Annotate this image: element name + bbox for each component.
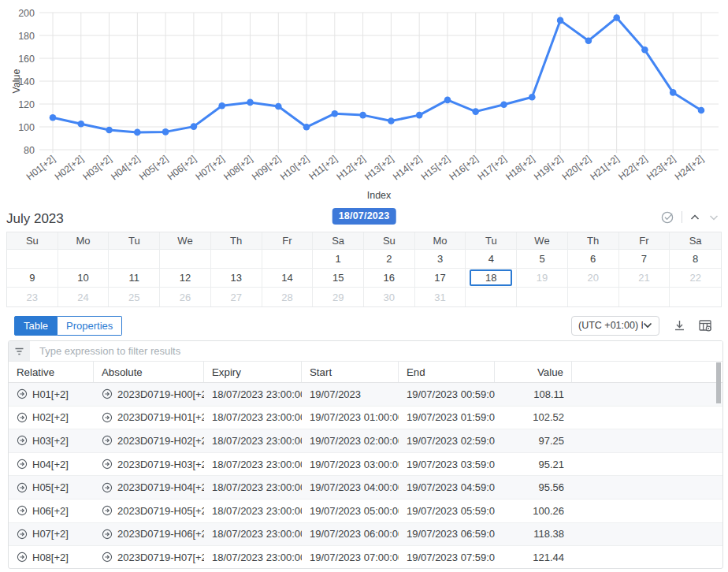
chevron-down-icon [643,322,652,329]
day-header: Tu [466,232,517,250]
table-row[interactable]: H06[+2]2023D0719-H05[+2]18/07/2023 23:00… [9,500,722,523]
calendar-day-cell[interactable]: 11 [109,269,160,288]
chart-data-point[interactable] [50,114,57,121]
chart-data-point[interactable] [275,103,282,110]
chart-data-point[interactable] [670,89,677,96]
chart-data-point[interactable] [416,112,423,119]
x-axis-tick-label: H04[+2] [109,153,142,182]
download-icon[interactable] [673,319,686,332]
cell-value: 100.26 [495,500,572,522]
filter-expression-input[interactable] [30,341,722,361]
chart-data-point[interactable] [191,123,198,130]
vertical-scrollbar-thumb[interactable] [716,362,721,403]
table-row[interactable]: H03[+2]2023D0719-H02[+2]18/07/2023 23:00… [9,429,722,453]
x-axis-tick-label: H12[+2] [334,153,367,182]
tab-table[interactable]: Table [14,316,58,336]
table-row[interactable]: H08[+2]2023D0719-H07[+2]18/07/2023 23:00… [9,546,722,569]
cell-end: 19/07/2023 06:59:00 [399,523,495,546]
chart-data-point[interactable] [106,127,113,134]
chart-data-point[interactable] [134,129,141,136]
chart-data-point[interactable] [444,97,451,104]
table-row[interactable]: H01[+2]2023D0719-H00[+2]18/07/2023 23:00… [9,383,722,407]
calendar-day-cell[interactable]: 17 [415,269,466,288]
chart-data-point[interactable] [585,37,592,44]
calendar-day-cell[interactable]: 16 [364,269,415,288]
calendar-day-cell[interactable]: 12 [160,269,211,288]
chart-data-point[interactable] [78,121,85,128]
calendar-day-cell[interactable]: 1 [313,250,364,269]
calendar-day-cell: 22 [670,269,721,288]
col-header-relative[interactable]: Relative [9,362,94,382]
column-settings-icon[interactable] [698,318,712,332]
selected-day-box[interactable]: 18 [470,269,512,286]
col-header-start[interactable]: Start [302,362,399,382]
col-header-value[interactable]: Value [495,362,572,382]
y-axis-tick-label: 180 [18,31,35,42]
cell-value: 95.56 [495,476,572,499]
relative-time-icon [102,388,113,399]
relative-time-icon [17,412,28,423]
chart-data-point[interactable] [218,102,225,110]
calendar-day-cell[interactable]: 3 [415,250,466,269]
chart-data-point[interactable] [613,14,620,21]
calendar-day-cell[interactable]: 8 [670,250,721,269]
chart-data-point[interactable] [303,124,310,131]
relative-time-icon [17,529,28,540]
chart-data-point[interactable] [698,107,705,114]
relative-time-icon [17,552,28,563]
chart-data-point[interactable] [359,112,366,119]
apply-check-circle-icon[interactable] [660,210,675,225]
cell-value: 97.25 [495,429,572,452]
chart-data-point[interactable] [500,101,507,108]
cell-expiry: 18/07/2023 23:00:00 [204,383,302,406]
calendar-day-cell[interactable]: 10 [58,269,110,288]
relative-time-icon [102,435,113,446]
calendar-day-cell[interactable]: 2 [364,250,415,269]
calendar-day-cell[interactable]: 7 [619,250,670,269]
calendar-month-title: July 2023 [6,211,64,227]
calendar-day-cell[interactable]: 13 [211,269,262,288]
cell-end: 19/07/2023 07:59:00 [399,546,495,569]
chart-data-point[interactable] [472,108,479,115]
timezone-select[interactable]: (UTC +01:00) E [571,316,659,336]
calendar-day-cell: 29 [313,288,364,306]
calendar-day-cell[interactable]: 15 [313,269,364,288]
x-axis-tick-label: H20[+2] [560,153,593,182]
tab-properties[interactable]: Properties [58,316,122,336]
relative-time-icon [17,482,28,493]
table-row[interactable]: H02[+2]2023D0719-H01[+2]18/07/2023 23:00… [9,407,722,430]
calendar-day-cell[interactable]: 4 [466,250,517,269]
calendar-day-cell: 24 [58,288,110,306]
table-row[interactable]: H05[+2]2023D0719-H04[+2]18/07/2023 23:00… [9,476,722,500]
col-header-absolute[interactable]: Absolute [94,362,204,382]
chart-data-point[interactable] [162,128,169,136]
timezone-value: (UTC +01:00) E [578,320,643,331]
filter-icon[interactable] [9,341,30,361]
chevron-up-icon[interactable] [689,211,701,224]
calendar-day-cell[interactable]: 14 [262,269,314,288]
calendar-day-cell[interactable]: 6 [568,250,619,269]
calendar-day-cell[interactable]: 18 [466,269,517,288]
chevron-down-icon[interactable] [708,211,720,224]
cell-expiry: 18/07/2023 23:00:00 [204,476,302,499]
col-header-expiry[interactable]: Expiry [204,362,302,382]
x-axis-tick-label: H06[+2] [165,153,199,182]
cell-end: 19/07/2023 01:59:00 [399,407,495,429]
calendar-day-cell[interactable]: 9 [7,269,58,288]
x-axis-title: Index [367,190,392,201]
table-row[interactable]: H07[+2]2023D0719-H06[+2]18/07/2023 23:00… [9,523,722,547]
chart-data-point[interactable] [247,99,254,106]
chart-data-point[interactable] [388,117,395,124]
cell-start: 19/07/2023 05:00:00 [302,500,399,522]
table-row[interactable]: H04[+2]2023D0719-H03[+2]18/07/2023 23:00… [9,453,722,477]
chart-data-point[interactable] [557,17,564,24]
x-axis-tick-label: H15[+2] [419,153,452,182]
col-header-end[interactable]: End [399,362,495,382]
chart-data-point[interactable] [529,94,536,101]
calendar-day-cell[interactable]: 5 [517,250,568,269]
chart-data-point[interactable] [641,46,648,54]
cell-relative: H05[+2] [9,476,94,499]
cell-end: 19/07/2023 04:59:00 [399,476,495,499]
chart-data-point[interactable] [332,110,339,117]
selected-date-badge: 18/07/2023 [332,208,396,225]
